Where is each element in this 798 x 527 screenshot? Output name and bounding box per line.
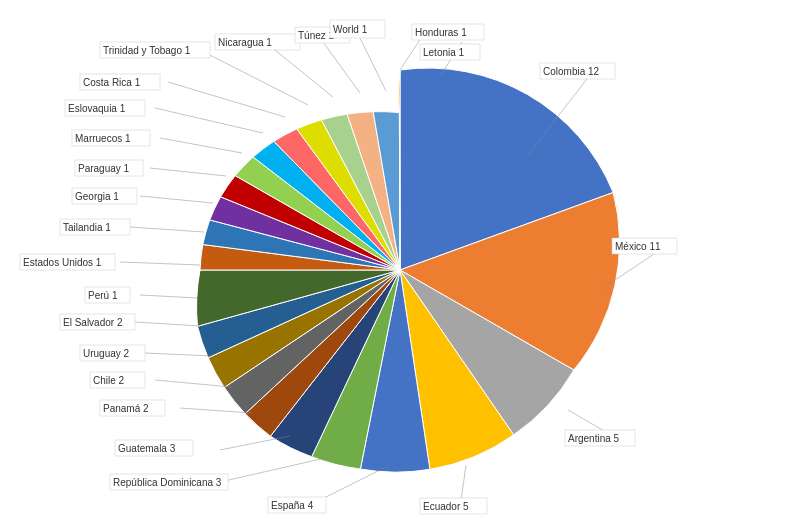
svg-line-18 [145,353,213,356]
label-letonia: Letonia 1 [423,47,465,58]
label-paraguay: Paraguay 1 [78,163,130,174]
svg-line-32 [160,138,242,153]
label-costa-rica: Costa Rica 1 [83,77,141,88]
label-chile: Chile 2 [93,375,125,386]
label-nicaragua: Nicaragua 1 [218,37,272,48]
label-georgia: Georgia 1 [75,191,119,202]
label-tunez: Túnez 1 [298,30,335,41]
svg-line-24 [120,262,200,265]
svg-line-34 [155,108,263,133]
label-world: World 1 [333,24,368,35]
label-rep-dom: República Dominicana 3 [113,477,222,488]
label-honduras: Honduras 1 [415,27,467,38]
label-argentina: Argentina 5 [568,433,620,444]
svg-line-44 [357,32,386,91]
label-eslovaquia: Eslovaquia 1 [68,103,126,114]
label-trinidad: Trinidad y Tobago 1 [103,45,191,56]
svg-line-12 [220,436,290,450]
label-panama: Panamá 2 [103,403,149,414]
svg-line-30 [150,168,226,176]
label-espana: España 4 [271,500,314,511]
label-peru: Perú 1 [88,290,118,301]
pie-chart: Colombia 12 México 11 Argentina 5 Ecuado… [0,0,798,527]
svg-line-10 [220,456,334,482]
svg-line-16 [155,380,231,387]
label-guatemala: Guatemala 3 [118,443,176,454]
label-ecuador: Ecuador 5 [423,501,469,512]
chart-container: Colombia 12 México 11 Argentina 5 Ecuado… [0,0,798,527]
svg-line-22 [140,295,198,298]
label-tailandia: Tailandia 1 [63,222,111,233]
label-el-salvador: El Salvador 2 [63,317,123,328]
svg-line-38 [200,50,308,105]
label-marruecos: Marruecos 1 [75,133,131,144]
label-estados-unidos: Estados Unidos 1 [23,257,102,268]
svg-line-26 [130,227,204,232]
label-uruguay: Uruguay 2 [83,348,130,359]
svg-line-36 [168,82,285,117]
svg-line-28 [140,196,213,203]
label-mexico: México 11 [615,241,661,252]
svg-line-20 [135,322,200,326]
svg-line-42 [318,35,360,93]
label-colombia: Colombia 12 [543,66,600,77]
